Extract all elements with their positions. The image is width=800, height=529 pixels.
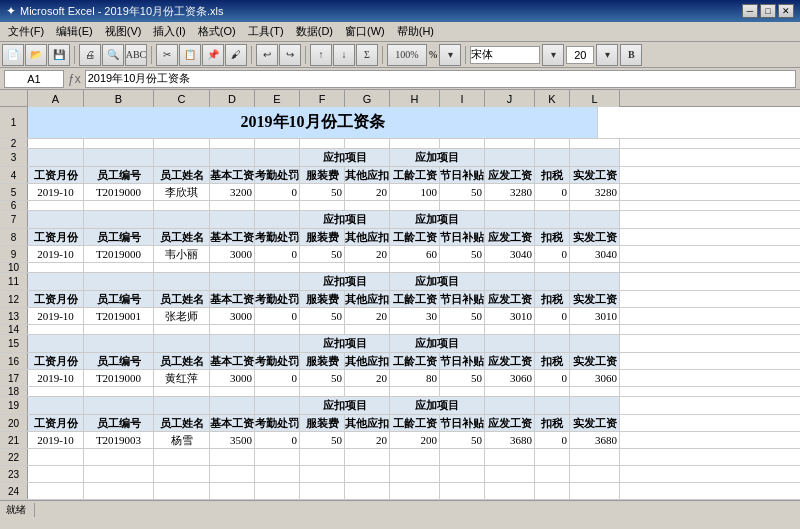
menu-edit[interactable]: 编辑(E) (50, 23, 99, 40)
header2-emp-name[interactable]: 员工姓名 (154, 229, 210, 245)
data-row2-tax[interactable]: 0 (535, 246, 570, 262)
cell-6b[interactable] (84, 201, 154, 210)
header-seniority[interactable]: 工龄工资 (390, 167, 440, 183)
col-header-b[interactable]: B (84, 90, 154, 107)
font-size-input[interactable] (566, 46, 594, 64)
data-row1-other[interactable]: 20 (345, 184, 390, 200)
cell-6g[interactable] (345, 201, 390, 210)
header-actual[interactable]: 实发工资 (570, 167, 620, 183)
header2-other[interactable]: 其他应扣 (345, 229, 390, 245)
data-row2-name[interactable]: 韦小丽 (154, 246, 210, 262)
cell-6j[interactable] (485, 201, 535, 210)
formula-input[interactable] (85, 70, 796, 88)
menu-data[interactable]: 数据(D) (290, 23, 339, 40)
header2-base[interactable]: 基本工资 (210, 229, 255, 245)
cell-add-header-5[interactable]: 应加项目 (390, 397, 485, 414)
sum-button[interactable]: Σ (356, 44, 378, 66)
header-holiday[interactable]: 节日补贴 (440, 167, 485, 183)
cell-2e[interactable] (255, 139, 300, 148)
font-dropdown-button[interactable]: ▾ (542, 44, 564, 66)
header2-payable[interactable]: 应发工资 (485, 229, 535, 245)
sort-desc-button[interactable]: ↓ (333, 44, 355, 66)
cell-2c[interactable] (154, 139, 210, 148)
menu-tools[interactable]: 工具(T) (242, 23, 290, 40)
data-row1-clothing[interactable]: 50 (300, 184, 345, 200)
title-cell[interactable]: 2019年10月份工资条 (28, 107, 598, 138)
data-row2-holiday[interactable]: 50 (440, 246, 485, 262)
col-header-g[interactable]: G (345, 90, 390, 107)
cell-6k[interactable] (535, 201, 570, 210)
col-header-l[interactable]: L (570, 90, 620, 107)
print-preview-button[interactable]: 🔍 (102, 44, 124, 66)
cell-3e[interactable] (255, 149, 300, 166)
header-emp-id[interactable]: 员工编号 (84, 167, 154, 183)
maximize-button[interactable]: □ (760, 4, 776, 18)
cell-2b[interactable] (84, 139, 154, 148)
cell-7j[interactable] (485, 211, 535, 228)
data-row2-month[interactable]: 2019-10 (28, 246, 84, 262)
header2-holiday[interactable]: 节日补贴 (440, 229, 485, 245)
cell-2g[interactable] (345, 139, 390, 148)
data-row1-actual[interactable]: 3280 (570, 184, 620, 200)
cell-6e[interactable] (255, 201, 300, 210)
data-row5-empid[interactable]: T2019003 (84, 432, 154, 448)
close-button[interactable]: ✕ (778, 4, 794, 18)
header2-tax[interactable]: 扣税 (535, 229, 570, 245)
new-button[interactable]: 📄 (2, 44, 24, 66)
cell-7e[interactable] (255, 211, 300, 228)
menu-window[interactable]: 窗口(W) (339, 23, 391, 40)
cell-6c[interactable] (154, 201, 210, 210)
data-row1-name[interactable]: 李欣琪 (154, 184, 210, 200)
print-button[interactable]: 🖨 (79, 44, 101, 66)
format-painter-button[interactable]: 🖌 (225, 44, 247, 66)
data-row1-tax[interactable]: 0 (535, 184, 570, 200)
data-row4-empid[interactable]: T2019000 (84, 370, 154, 386)
header2-actual[interactable]: 实发工资 (570, 229, 620, 245)
cell-6l[interactable] (570, 201, 620, 210)
header-tax[interactable]: 扣税 (535, 167, 570, 183)
minimize-button[interactable]: ─ (742, 4, 758, 18)
cell-2l[interactable] (570, 139, 620, 148)
cell-3j[interactable] (485, 149, 535, 166)
font-size-dropdown-button[interactable]: ▾ (596, 44, 618, 66)
cell-2d[interactable] (210, 139, 255, 148)
header-emp-name[interactable]: 员工姓名 (154, 167, 210, 183)
data-row2-base[interactable]: 3000 (210, 246, 255, 262)
cell-6i[interactable] (440, 201, 485, 210)
cell-deduct-header-2[interactable]: 应扣项目 (300, 211, 390, 228)
cell-reference-input[interactable] (4, 70, 64, 88)
cell-deduct-header-3[interactable]: 应扣项目 (300, 273, 390, 290)
cell-3b[interactable] (84, 149, 154, 166)
data-row1-empid[interactable]: T2019000 (84, 184, 154, 200)
header-clothing[interactable]: 服装费 (300, 167, 345, 183)
cell-7d[interactable] (210, 211, 255, 228)
save-button[interactable]: 💾 (48, 44, 70, 66)
cell-add-header-2[interactable]: 应加项目 (390, 211, 485, 228)
data-row1-payable[interactable]: 3280 (485, 184, 535, 200)
menu-format[interactable]: 格式(O) (192, 23, 242, 40)
cut-button[interactable]: ✂ (156, 44, 178, 66)
cell-7c[interactable] (154, 211, 210, 228)
cell-6f[interactable] (300, 201, 345, 210)
cell-3a[interactable] (28, 149, 84, 166)
cell-deduct-header[interactable]: 应扣项目 (300, 149, 390, 166)
data-row3-empid[interactable]: T2019001 (84, 308, 154, 324)
cell-2j[interactable] (485, 139, 535, 148)
cell-deduct-header-5[interactable]: 应扣项目 (300, 397, 390, 414)
header2-seniority[interactable]: 工龄工资 (390, 229, 440, 245)
cell-2f[interactable] (300, 139, 345, 148)
header-payable[interactable]: 应发工资 (485, 167, 535, 183)
cell-7a[interactable] (28, 211, 84, 228)
cell-6a[interactable] (28, 201, 84, 210)
window-controls[interactable]: ─ □ ✕ (742, 4, 794, 18)
zoom-dropdown-button[interactable]: ▾ (439, 44, 461, 66)
undo-button[interactable]: ↩ (256, 44, 278, 66)
cell-2h[interactable] (390, 139, 440, 148)
sort-asc-button[interactable]: ↑ (310, 44, 332, 66)
col-header-c[interactable]: C (154, 90, 210, 107)
cell-add-header[interactable]: 应加项目 (390, 149, 485, 166)
cell-3c[interactable] (154, 149, 210, 166)
data-row1-month[interactable]: 2019-10 (28, 184, 84, 200)
data-row1-attend[interactable]: 0 (255, 184, 300, 200)
font-name-input[interactable] (470, 46, 540, 64)
